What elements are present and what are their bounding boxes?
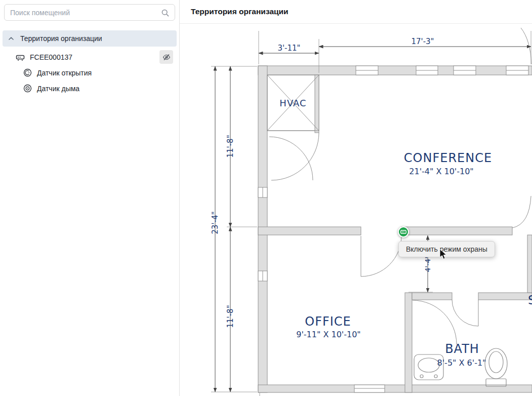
- search-icon: [161, 9, 170, 17]
- tree-item-smoke-sensor[interactable]: Датчик дыма: [0, 81, 179, 96]
- floor-plan-canvas[interactable]: HVAC: [180, 24, 532, 396]
- room-hvac: HVAC: [267, 75, 319, 133]
- dim-3-11: 3'-11": [277, 44, 300, 53]
- dim-4-4: 4'-4": [424, 255, 432, 272]
- tree-root-territory[interactable]: Территория организации: [3, 30, 177, 47]
- dim-17-3: 17'-3": [411, 37, 434, 46]
- device-label: FCEE000137: [30, 53, 72, 61]
- dim-11-8-lower: 11'-8": [226, 305, 235, 328]
- tree-item-device[interactable]: FCEE000137: [0, 49, 179, 65]
- room-label-office: OFFICE: [305, 314, 351, 329]
- dim-23-4: 23'-4": [211, 211, 220, 234]
- device-marker-icon: [400, 229, 406, 235]
- tree-root-label: Территория организации: [20, 34, 102, 43]
- device-hub-icon: [16, 53, 25, 62]
- walls: [258, 66, 532, 392]
- room-size-conference: 21'-4" X 10'-10": [409, 167, 473, 176]
- app-window: Территория организации FCEE000137: [0, 0, 532, 396]
- search-box: [4, 4, 175, 21]
- smoke-sensor-label: Датчик дыма: [37, 85, 79, 93]
- chevron-up-icon[interactable]: [8, 35, 14, 42]
- room-label-conference: CONFERENCE: [404, 151, 492, 165]
- main-header: Территория организации: [180, 0, 532, 24]
- smoke-sensor-icon: [23, 84, 32, 93]
- location-tree: Территория организации FCEE000137: [0, 30, 179, 96]
- hide-on-map-button[interactable]: [159, 50, 173, 64]
- room-label-partial: S: [528, 293, 532, 307]
- page-title: Территория организации: [191, 7, 289, 16]
- security-device-marker[interactable]: [398, 226, 409, 237]
- room-label-bath: BATH: [445, 342, 479, 356]
- search-input[interactable]: [4, 4, 175, 21]
- room-labels: CONFERENCE 21'-4" X 10'-10" OFFICE 9'-11…: [296, 151, 532, 368]
- sidebar: Территория организации FCEE000137: [0, 0, 180, 396]
- floor-plan-svg: HVAC: [180, 24, 532, 396]
- opening-sensor-icon: [23, 68, 32, 77]
- opening-sensor-label: Датчик открытия: [37, 69, 92, 77]
- mouse-cursor-icon: [439, 249, 449, 260]
- room-label-hvac: HVAC: [279, 98, 306, 108]
- room-size-office: 9'-11" X 10'-10": [296, 330, 360, 339]
- tree-item-opening-sensor[interactable]: Датчик открытия: [0, 65, 179, 81]
- dim-11-8-upper: 11'-8": [226, 135, 235, 157]
- main-panel: Территория организации: [180, 0, 532, 396]
- room-size-bath: 8'-5" X 6'-1": [437, 358, 486, 368]
- eye-off-icon: [162, 53, 171, 61]
